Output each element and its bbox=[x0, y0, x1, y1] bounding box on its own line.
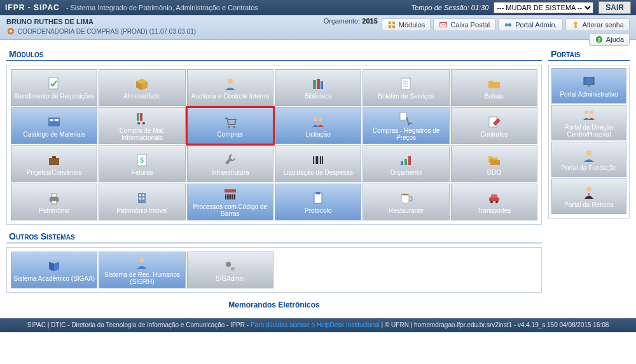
memo-link-wrap: Memorandos Eletrônicos bbox=[6, 300, 542, 309]
printer-icon bbox=[46, 191, 62, 206]
portal-1[interactable]: Portal da Direção Centro/Hospital bbox=[551, 105, 626, 140]
svg-point-8 bbox=[574, 22, 577, 25]
svg-rect-64 bbox=[316, 192, 320, 194]
module-7-label: Compra de Mat. Informacionais bbox=[100, 127, 183, 141]
portal-admin-button[interactable]: Portal Admin. bbox=[498, 18, 562, 31]
system-select[interactable]: --- MUDAR DE SISTEMA -- bbox=[494, 2, 593, 13]
svg-point-71 bbox=[231, 267, 235, 271]
change-password-button[interactable]: Alterar senha bbox=[565, 18, 630, 31]
svg-rect-45 bbox=[401, 161, 403, 165]
portal-0[interactable]: Portal Administrativo bbox=[551, 68, 626, 104]
svg-point-76 bbox=[586, 151, 591, 156]
svg-rect-56 bbox=[225, 189, 236, 192]
module-6-label: Catálogo de Materiais bbox=[24, 131, 85, 138]
pen-icon bbox=[487, 114, 502, 130]
module-3[interactable]: Biblioteca bbox=[275, 69, 361, 106]
svg-text:?: ? bbox=[597, 37, 600, 43]
module-13[interactable]: $Faturas bbox=[99, 145, 185, 182]
module-7[interactable]: Compra de Mat. Informacionais bbox=[99, 107, 185, 144]
svg-rect-58 bbox=[227, 194, 228, 199]
svg-point-33 bbox=[408, 124, 410, 126]
module-18-label: Patrimônio bbox=[39, 207, 69, 214]
svg-rect-42 bbox=[319, 156, 319, 164]
svg-rect-12 bbox=[49, 78, 58, 89]
module-11[interactable]: Contratos bbox=[451, 107, 537, 144]
module-15-label: Liquidação de Despesas bbox=[283, 169, 353, 176]
svg-rect-14 bbox=[313, 80, 316, 89]
module-6[interactable]: Catálogo de Materiais bbox=[11, 107, 97, 144]
module-14[interactable]: Infraestrutura bbox=[187, 145, 273, 182]
books-icon bbox=[310, 76, 326, 91]
module-20[interactable]: Processos com Código de Barras bbox=[187, 184, 273, 220]
module-1[interactable]: Almoxarifado bbox=[99, 69, 185, 106]
svg-point-67 bbox=[490, 201, 493, 203]
footer: SIPAC | DTIC - Diretoria da Tecnologia d… bbox=[0, 318, 636, 332]
portal-3[interactable]: Portal da Reitoria bbox=[551, 179, 626, 214]
mailbox-button[interactable]: Caixa Postal bbox=[433, 18, 495, 31]
module-23[interactable]: Transportes bbox=[451, 184, 537, 220]
module-22[interactable]: Restaurante bbox=[363, 184, 449, 220]
svg-rect-47 bbox=[408, 156, 411, 165]
people-icon bbox=[581, 107, 597, 123]
cart-icon bbox=[223, 114, 238, 130]
memo-link[interactable]: Memorandos Eletrônicos bbox=[228, 300, 319, 309]
svg-point-68 bbox=[495, 201, 498, 203]
folders-icon bbox=[487, 152, 502, 168]
module-5[interactable]: Bolsas bbox=[451, 69, 537, 106]
top-bar: IFPR - SIPAC - Sistema Integrado de Patr… bbox=[0, 0, 636, 15]
modules-icon bbox=[387, 20, 396, 29]
module-18[interactable]: Patrimônio bbox=[11, 184, 97, 220]
gears-icon bbox=[223, 259, 238, 274]
module-20-label: Processos com Código de Barras bbox=[189, 203, 272, 217]
module-21[interactable]: Protocolo bbox=[275, 184, 361, 220]
module-10[interactable]: Compras - Registros de Preços bbox=[363, 107, 449, 144]
module-12[interactable]: Projetos/Convênios bbox=[11, 145, 97, 182]
svg-rect-9 bbox=[574, 25, 577, 28]
outro-1[interactable]: Sistema de Rec. Humanos (SIGRH) bbox=[99, 252, 185, 288]
module-17-label: DDO bbox=[487, 169, 501, 176]
help-button[interactable]: ? Ajuda bbox=[589, 33, 630, 46]
doc-check-icon bbox=[46, 76, 62, 91]
wrench-icon bbox=[223, 152, 238, 168]
helpdesk-link[interactable]: Para dúvidas acesse o HelpDesk Instituci… bbox=[251, 321, 380, 328]
module-8[interactable]: Compras bbox=[187, 107, 273, 144]
outro-2[interactable]: SIGAdmin bbox=[187, 252, 273, 288]
person-icon bbox=[223, 76, 238, 91]
svg-rect-36 bbox=[52, 156, 56, 158]
module-2-label: Auditoria e Controle Interno bbox=[191, 93, 269, 100]
screen-icon bbox=[581, 74, 597, 90]
module-17[interactable]: DDO bbox=[451, 145, 537, 182]
logout-button[interactable]: SAIR bbox=[598, 1, 631, 14]
svg-rect-2 bbox=[392, 22, 395, 24]
car-icon bbox=[487, 191, 502, 206]
svg-rect-59 bbox=[228, 194, 230, 199]
outro-0[interactable]: Sistema Acadêmico (SIGAA) bbox=[11, 252, 97, 288]
module-15[interactable]: Liquidação de Despesas bbox=[275, 145, 361, 182]
portal-3-label: Portal da Reitoria bbox=[564, 201, 613, 208]
key-icon bbox=[571, 20, 580, 29]
outros-title: Outros Sistemas bbox=[6, 229, 542, 243]
svg-point-27 bbox=[142, 122, 145, 125]
portal-0-label: Portal Administrativo bbox=[560, 91, 618, 98]
modules-button[interactable]: Módulos bbox=[382, 18, 431, 31]
svg-point-31 bbox=[319, 118, 322, 121]
module-0[interactable]: Atendimento de Requisições bbox=[11, 69, 97, 106]
svg-point-29 bbox=[233, 126, 235, 128]
module-9[interactable]: Licitação bbox=[275, 107, 361, 144]
box-icon bbox=[134, 76, 149, 91]
portal-2[interactable]: Portal da Fundação bbox=[551, 142, 626, 177]
svg-point-69 bbox=[139, 257, 144, 262]
svg-text:$: $ bbox=[141, 157, 144, 164]
svg-rect-51 bbox=[138, 193, 146, 203]
module-19[interactable]: Patrimônio Imóvel bbox=[99, 184, 185, 220]
people-icon bbox=[310, 114, 326, 130]
module-9-label: Licitação bbox=[305, 131, 330, 138]
briefcase-icon bbox=[46, 152, 62, 168]
module-4-label: Boletim de Serviços bbox=[378, 93, 434, 100]
module-4[interactable]: Boletim de Serviços bbox=[363, 69, 449, 106]
module-2[interactable]: Auditoria e Controle Interno bbox=[187, 69, 273, 106]
portal-1-label: Portal da Direção Centro/Hospital bbox=[553, 124, 625, 138]
module-16[interactable]: Orçamento bbox=[363, 145, 449, 182]
svg-point-26 bbox=[137, 122, 140, 125]
portais-title: Portais bbox=[548, 46, 630, 61]
